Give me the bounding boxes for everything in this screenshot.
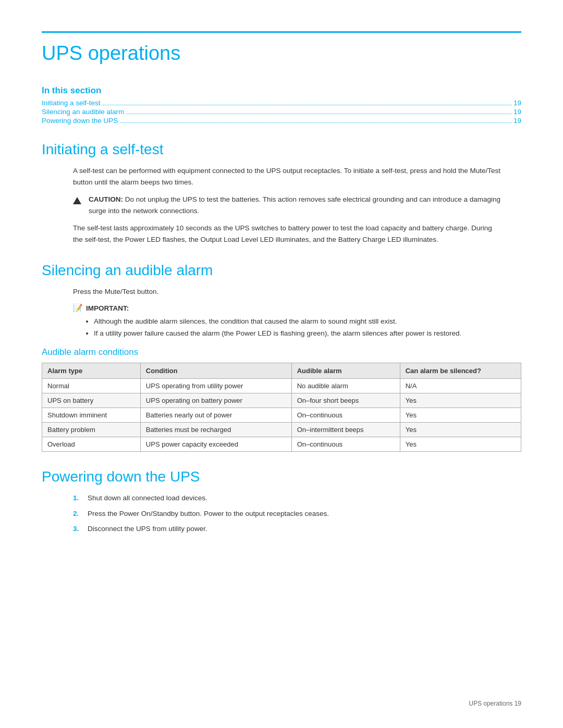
cell-condition-2: Batteries nearly out of power	[140, 408, 291, 423]
step-number-2: 2.	[73, 508, 88, 520]
toc-entries: Initiating a self-test 19 Silencing an a…	[42, 99, 521, 125]
top-rule	[42, 31, 521, 33]
powering-down-steps: 1. Shut down all connected load devices.…	[73, 492, 500, 535]
toc-label-powering: Powering down the UPS	[42, 117, 118, 125]
toc-entry-powering[interactable]: Powering down the UPS 19	[42, 117, 521, 125]
cell-alarm-type-2: Shutdown imminent	[42, 408, 141, 423]
cell-condition-1: UPS operating on battery power	[140, 393, 291, 408]
toc-dots-silencing	[126, 114, 511, 114]
press-text: Press the Mute/Test button.	[73, 286, 521, 298]
toc-page-selftest: 19	[513, 99, 521, 107]
step-number-3: 3.	[73, 523, 88, 535]
self-test-heading: Initiating a self-test	[42, 141, 521, 158]
table-row: Overload UPS power capacity exceeded On–…	[42, 437, 521, 452]
in-this-section-heading: In this section	[42, 85, 521, 96]
important-bullets: Although the audible alarm silences, the…	[73, 316, 500, 340]
page-footer: UPS operations 19	[469, 700, 521, 707]
step-text-3: Disconnect the UPS from utility power.	[88, 523, 207, 535]
important-block: 📝 IMPORTANT: Although the audible alarm …	[73, 303, 500, 340]
cell-silence-4: Yes	[400, 437, 521, 452]
cell-audible-3: On–intermittent beeps	[291, 423, 400, 437]
footer-text: UPS operations 19	[469, 700, 521, 707]
step-text-1: Shut down all connected load devices.	[88, 492, 207, 504]
audible-conditions-heading: Audible alarm conditions	[42, 347, 521, 357]
in-this-section-block: In this section Initiating a self-test 1…	[42, 85, 521, 125]
list-item: 2. Press the Power On/Standby button. Po…	[73, 508, 500, 520]
important-label: IMPORTANT:	[86, 304, 129, 312]
cell-condition-0: UPS operating from utility power	[140, 379, 291, 393]
table-row: Shutdown imminent Batteries nearly out o…	[42, 408, 521, 423]
toc-label-selftest: Initiating a self-test	[42, 99, 101, 107]
silencing-heading: Silencing an audible alarm	[42, 262, 521, 279]
table-row: Battery problem Batteries must be rechar…	[42, 423, 521, 437]
cell-audible-4: On–continuous	[291, 437, 400, 452]
powering-down-section: Powering down the UPS 1. Shut down all c…	[42, 468, 521, 535]
list-item: 1. Shut down all connected load devices.	[73, 492, 500, 504]
alarm-table-head: Alarm type Condition Audible alarm Can a…	[42, 363, 521, 379]
toc-entry-selftest[interactable]: Initiating a self-test 19	[42, 99, 521, 107]
cell-condition-4: UPS power capacity exceeded	[140, 437, 291, 452]
cell-alarm-type-1: UPS on battery	[42, 393, 141, 408]
self-test-body2: The self-test lasts approximately 10 sec…	[73, 223, 500, 245]
toc-page-silencing: 19	[513, 108, 521, 116]
cell-silence-1: Yes	[400, 393, 521, 408]
col-alarm-type: Alarm type	[42, 363, 141, 379]
important-bullet-2: If a utility power failure caused the al…	[94, 328, 500, 340]
powering-down-heading: Powering down the UPS	[42, 468, 521, 485]
alarm-table: Alarm type Condition Audible alarm Can a…	[42, 363, 521, 452]
cell-silence-3: Yes	[400, 423, 521, 437]
cell-condition-3: Batteries must be recharged	[140, 423, 291, 437]
cell-audible-2: On–continuous	[291, 408, 400, 423]
self-test-body1: A self-test can be performed with equipm…	[73, 165, 500, 188]
cell-alarm-type-4: Overload	[42, 437, 141, 452]
step-text-2: Press the Power On/Standby button. Power…	[88, 508, 329, 520]
table-row: UPS on battery UPS operating on battery …	[42, 393, 521, 408]
toc-label-silencing: Silencing an audible alarm	[42, 108, 124, 116]
col-can-silence: Can alarm be silenced?	[400, 363, 521, 379]
toc-dots-selftest	[103, 105, 511, 105]
cell-alarm-type-0: Normal	[42, 379, 141, 393]
toc-dots-powering	[120, 122, 511, 123]
caution-triangle-icon	[73, 194, 84, 208]
col-condition: Condition	[140, 363, 291, 379]
cell-silence-2: Yes	[400, 408, 521, 423]
cell-audible-0: No audible alarm	[291, 379, 400, 393]
cell-alarm-type-3: Battery problem	[42, 423, 141, 437]
step-number-1: 1.	[73, 492, 88, 504]
caution-text: CAUTION: Do not unplug the UPS to test t…	[89, 194, 500, 216]
important-bullet-1: Although the audible alarm silences, the…	[94, 316, 500, 328]
cell-audible-1: On–four short beeps	[291, 393, 400, 408]
important-header: 📝 IMPORTANT:	[73, 303, 500, 313]
caution-label: CAUTION:	[89, 195, 123, 203]
toc-entry-silencing[interactable]: Silencing an audible alarm 19	[42, 108, 521, 116]
caution-block: CAUTION: Do not unplug the UPS to test t…	[73, 194, 500, 216]
page-title: UPS operations	[42, 42, 521, 65]
toc-page-powering: 19	[513, 117, 521, 125]
alarm-table-header-row: Alarm type Condition Audible alarm Can a…	[42, 363, 521, 379]
table-row: Normal UPS operating from utility power …	[42, 379, 521, 393]
cell-silence-0: N/A	[400, 379, 521, 393]
col-audible-alarm: Audible alarm	[291, 363, 400, 379]
note-icon: 📝	[73, 303, 83, 313]
alarm-table-body: Normal UPS operating from utility power …	[42, 379, 521, 452]
list-item: 3. Disconnect the UPS from utility power…	[73, 523, 500, 535]
caution-body: Do not unplug the UPS to test the batter…	[89, 195, 500, 215]
triangle-shape	[73, 197, 81, 204]
self-test-section: Initiating a self-test A self-test can b…	[42, 141, 521, 245]
silencing-section: Silencing an audible alarm Press the Mut…	[42, 262, 521, 452]
